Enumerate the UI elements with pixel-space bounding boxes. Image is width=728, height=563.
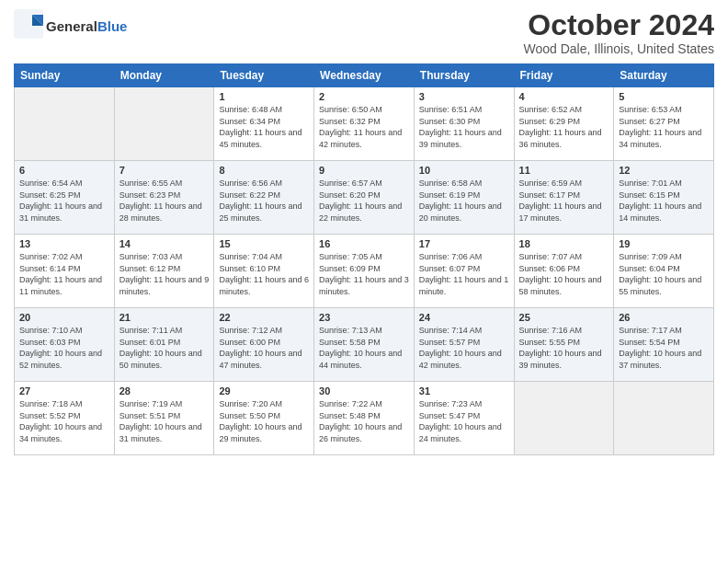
day-number: 12 (619, 165, 709, 176)
day-info: Sunrise: 7:11 AMSunset: 6:01 PMDaylight:… (119, 325, 210, 371)
calendar-day-cell: 25Sunrise: 7:16 AMSunset: 5:55 PMDayligh… (514, 308, 614, 382)
day-info: Sunrise: 7:17 AMSunset: 5:54 PMDaylight:… (619, 325, 709, 371)
calendar-day-cell: 30Sunrise: 7:22 AMSunset: 5:48 PMDayligh… (314, 382, 415, 455)
day-info: Sunrise: 7:14 AMSunset: 5:57 PMDaylight:… (419, 325, 509, 371)
day-number: 19 (619, 238, 709, 249)
calendar-week-row: 6Sunrise: 6:54 AMSunset: 6:25 PMDaylight… (15, 161, 714, 235)
day-info: Sunrise: 7:09 AMSunset: 6:04 PMDaylight:… (619, 251, 709, 297)
calendar-table: SundayMondayTuesdayWednesdayThursdayFrid… (14, 63, 714, 455)
calendar-day-cell: 9Sunrise: 6:57 AMSunset: 6:20 PMDaylight… (314, 161, 415, 235)
day-info: Sunrise: 6:56 AMSunset: 6:22 PMDaylight:… (219, 178, 309, 224)
day-info: Sunrise: 7:07 AMSunset: 6:06 PMDaylight:… (519, 251, 609, 297)
calendar-day-cell: 18Sunrise: 7:07 AMSunset: 6:06 PMDayligh… (514, 235, 614, 308)
day-number: 23 (319, 312, 409, 323)
day-info: Sunrise: 6:50 AMSunset: 6:32 PMDaylight:… (319, 104, 409, 150)
day-number: 25 (519, 312, 609, 323)
logo-blue-text: Blue (97, 18, 128, 34)
logo-general-text: General (46, 18, 97, 34)
day-number: 15 (219, 238, 309, 249)
day-number: 7 (119, 165, 210, 176)
calendar-day-cell: 24Sunrise: 7:14 AMSunset: 5:57 PMDayligh… (414, 308, 514, 382)
day-info: Sunrise: 7:23 AMSunset: 5:47 PMDaylight:… (419, 398, 509, 444)
calendar-day-cell: 7Sunrise: 6:55 AMSunset: 6:23 PMDaylight… (114, 161, 214, 235)
day-info: Sunrise: 6:58 AMSunset: 6:19 PMDaylight:… (419, 178, 509, 224)
day-number: 13 (19, 238, 109, 249)
calendar-day-cell: 15Sunrise: 7:04 AMSunset: 6:10 PMDayligh… (214, 235, 314, 308)
calendar-day-cell: 26Sunrise: 7:17 AMSunset: 5:54 PMDayligh… (614, 308, 714, 382)
day-number: 18 (519, 238, 609, 249)
calendar-day-cell: 29Sunrise: 7:20 AMSunset: 5:50 PMDayligh… (214, 382, 314, 455)
page-container: General Blue October 2024 Wood Dale, Ill… (0, 0, 728, 460)
calendar-day-cell: 4Sunrise: 6:52 AMSunset: 6:29 PMDaylight… (514, 87, 614, 161)
day-info: Sunrise: 7:16 AMSunset: 5:55 PMDaylight:… (519, 325, 609, 371)
weekday-header-monday: Monday (114, 64, 214, 87)
calendar-day-cell (614, 382, 714, 455)
day-number: 27 (19, 385, 109, 396)
day-info: Sunrise: 7:19 AMSunset: 5:51 PMDaylight:… (119, 398, 210, 444)
day-info: Sunrise: 7:20 AMSunset: 5:50 PMDaylight:… (219, 398, 309, 444)
calendar-day-cell: 16Sunrise: 7:05 AMSunset: 6:09 PMDayligh… (314, 235, 415, 308)
day-number: 11 (519, 165, 609, 176)
day-info: Sunrise: 7:01 AMSunset: 6:15 PMDaylight:… (619, 178, 709, 224)
day-number: 30 (319, 385, 409, 396)
calendar-day-cell: 23Sunrise: 7:13 AMSunset: 5:58 PMDayligh… (314, 308, 415, 382)
day-number: 3 (419, 91, 509, 102)
weekday-header-sunday: Sunday (15, 64, 115, 87)
day-number: 2 (319, 91, 409, 102)
calendar-day-cell (114, 87, 214, 161)
calendar-day-cell: 27Sunrise: 7:18 AMSunset: 5:52 PMDayligh… (15, 382, 115, 455)
location-text: Wood Dale, Illinois, United States (523, 41, 714, 56)
calendar-day-cell: 3Sunrise: 6:51 AMSunset: 6:30 PMDaylight… (414, 87, 514, 161)
day-info: Sunrise: 6:57 AMSunset: 6:20 PMDaylight:… (319, 178, 409, 224)
calendar-day-cell: 10Sunrise: 6:58 AMSunset: 6:19 PMDayligh… (414, 161, 514, 235)
day-info: Sunrise: 7:13 AMSunset: 5:58 PMDaylight:… (319, 325, 409, 371)
header: General Blue October 2024 Wood Dale, Ill… (14, 9, 714, 56)
calendar-day-cell: 11Sunrise: 6:59 AMSunset: 6:17 PMDayligh… (514, 161, 614, 235)
day-number: 31 (419, 385, 509, 396)
day-info: Sunrise: 6:51 AMSunset: 6:30 PMDaylight:… (419, 104, 509, 150)
day-number: 9 (319, 165, 409, 176)
calendar-day-cell: 21Sunrise: 7:11 AMSunset: 6:01 PMDayligh… (114, 308, 214, 382)
day-info: Sunrise: 7:02 AMSunset: 6:14 PMDaylight:… (19, 251, 109, 297)
day-number: 4 (519, 91, 609, 102)
calendar-day-cell: 17Sunrise: 7:06 AMSunset: 6:07 PMDayligh… (414, 235, 514, 308)
weekday-header-wednesday: Wednesday (314, 64, 415, 87)
day-number: 24 (419, 312, 509, 323)
day-info: Sunrise: 7:10 AMSunset: 6:03 PMDaylight:… (19, 325, 109, 371)
calendar-day-cell (514, 382, 614, 455)
day-number: 6 (19, 165, 109, 176)
calendar-day-cell: 14Sunrise: 7:03 AMSunset: 6:12 PMDayligh… (114, 235, 214, 308)
day-info: Sunrise: 6:53 AMSunset: 6:27 PMDaylight:… (619, 104, 709, 150)
title-section: October 2024 Wood Dale, Illinois, United… (523, 9, 714, 56)
calendar-day-cell: 6Sunrise: 6:54 AMSunset: 6:25 PMDaylight… (15, 161, 115, 235)
day-number: 8 (219, 165, 309, 176)
day-number: 17 (419, 238, 509, 249)
calendar-day-cell: 5Sunrise: 6:53 AMSunset: 6:27 PMDaylight… (614, 87, 714, 161)
calendar-day-cell: 19Sunrise: 7:09 AMSunset: 6:04 PMDayligh… (614, 235, 714, 308)
calendar-day-cell: 31Sunrise: 7:23 AMSunset: 5:47 PMDayligh… (414, 382, 514, 455)
weekday-header-friday: Friday (514, 64, 614, 87)
day-number: 1 (219, 91, 309, 102)
weekday-header-thursday: Thursday (414, 64, 514, 87)
day-number: 10 (419, 165, 509, 176)
day-number: 5 (619, 91, 709, 102)
day-info: Sunrise: 7:18 AMSunset: 5:52 PMDaylight:… (19, 398, 109, 444)
day-info: Sunrise: 7:12 AMSunset: 6:00 PMDaylight:… (219, 325, 309, 371)
calendar-day-cell: 12Sunrise: 7:01 AMSunset: 6:15 PMDayligh… (614, 161, 714, 235)
day-info: Sunrise: 6:48 AMSunset: 6:34 PMDaylight:… (219, 104, 309, 150)
calendar-day-cell (15, 87, 115, 161)
calendar-week-row: 20Sunrise: 7:10 AMSunset: 6:03 PMDayligh… (15, 308, 714, 382)
day-number: 20 (19, 312, 109, 323)
day-number: 21 (119, 312, 210, 323)
day-number: 22 (219, 312, 309, 323)
weekday-header-tuesday: Tuesday (214, 64, 314, 87)
day-info: Sunrise: 7:06 AMSunset: 6:07 PMDaylight:… (419, 251, 509, 297)
month-title: October 2024 (523, 9, 714, 41)
day-info: Sunrise: 7:03 AMSunset: 6:12 PMDaylight:… (119, 251, 210, 297)
day-info: Sunrise: 6:52 AMSunset: 6:29 PMDaylight:… (519, 104, 609, 150)
calendar-day-cell: 1Sunrise: 6:48 AMSunset: 6:34 PMDaylight… (214, 87, 314, 161)
calendar-day-cell: 28Sunrise: 7:19 AMSunset: 5:51 PMDayligh… (114, 382, 214, 455)
day-info: Sunrise: 6:59 AMSunset: 6:17 PMDaylight:… (519, 178, 609, 224)
day-number: 16 (319, 238, 409, 249)
calendar-header-row: SundayMondayTuesdayWednesdayThursdayFrid… (15, 64, 714, 87)
